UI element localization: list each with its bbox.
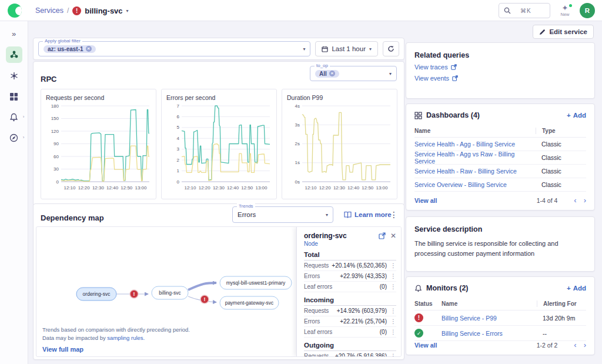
kebab-menu-icon[interactable]: ⋮	[390, 283, 396, 290]
bell-icon	[414, 285, 422, 292]
close-icon[interactable]: ✕	[390, 232, 396, 240]
services-icon	[9, 50, 19, 59]
sidebar-item-dashboards[interactable]	[6, 89, 22, 104]
next-page-icon[interactable]: ›	[584, 340, 586, 349]
svg-text:12:50: 12:50	[241, 185, 253, 191]
chevron-down-icon: ▾	[303, 46, 305, 52]
svg-text:12:20: 12:20	[319, 185, 332, 191]
kebab-menu-icon[interactable]: ⋮	[390, 329, 396, 335]
sidebar-item-explore[interactable]: ›	[6, 130, 22, 145]
add-label: Add	[573, 112, 586, 119]
sidebar-item-apm[interactable]	[6, 68, 22, 84]
svg-text:4: 4	[177, 136, 180, 141]
dashboard-link[interactable]: Service Health - Raw - Billing Service	[414, 168, 536, 175]
learn-more-link[interactable]: Learn more	[344, 211, 392, 218]
svg-text:0: 0	[56, 179, 59, 185]
duration-chart[interactable]: Duration P99 0s1s2s3s4s12:1012:2012:3012…	[282, 89, 397, 199]
monitor-row: ✓ Billing Service - Errors --	[414, 326, 586, 341]
kebab-menu-icon[interactable]: ⋮	[390, 210, 398, 219]
sampling-rules-link[interactable]: sampling rules.	[107, 335, 145, 341]
view-traces-label: View traces	[414, 64, 448, 71]
service-description-title: Service description	[414, 225, 586, 233]
whats-new-button[interactable]: ✦ New	[556, 5, 574, 17]
chart-title: Duration P99	[287, 94, 393, 101]
edge-alert-badge: !	[200, 295, 209, 303]
dashboards-grid-icon	[414, 112, 422, 119]
breadcrumb-service-name[interactable]: billing-svc	[85, 6, 122, 15]
left-nav-rail: » › ›	[0, 21, 28, 364]
kebab-menu-icon[interactable]: ⋮	[390, 273, 396, 279]
to-op-chip[interactable]: All ×	[315, 70, 339, 78]
next-page-icon[interactable]: ›	[584, 196, 586, 205]
rpc-charts-row: Requests per second 030609012015018012:1…	[41, 89, 397, 199]
compass-icon	[9, 133, 18, 142]
svg-text:13:00: 13:00	[376, 185, 388, 191]
requests-chart[interactable]: Requests per second 030609012015018012:1…	[41, 89, 156, 199]
node-panel-subtitle[interactable]: Node	[304, 241, 396, 247]
new-label: New	[556, 12, 574, 17]
dashboard-row: Service Overview - Billing ServiceClassi…	[414, 178, 586, 192]
global-filter-select[interactable]: Apply global filter az: us-east-1 × ▾	[38, 41, 310, 56]
kebab-menu-icon[interactable]: ⋮	[390, 308, 396, 314]
duration-chart-plot: 0s1s2s3s4s12:1012:2012:3012:4012:5013:00	[287, 102, 393, 192]
topbar-right: ⌘K ✦ New R	[499, 3, 595, 18]
trends-select[interactable]: Trends Errors ▾	[232, 206, 333, 223]
to-op-select[interactable]: to_op All × ▾	[310, 66, 397, 81]
global-search-input[interactable]: ⌘K	[499, 3, 550, 18]
time-range-button[interactable]: Last 1 hour ▾	[315, 41, 378, 56]
rpc-title: RPC	[41, 75, 56, 84]
svg-text:billing-svc: billing-svc	[159, 290, 181, 296]
remove-filter-icon[interactable]: ×	[86, 46, 92, 52]
errors-chart[interactable]: Errors per second 0123456712:1012:2012:3…	[161, 89, 277, 199]
monitors-card: Monitors (2) +Add Status Name Alerting F…	[406, 276, 595, 355]
chart-title: Requests per second	[46, 94, 152, 101]
node-billing-svc[interactable]: billing-svc	[152, 286, 188, 299]
add-dashboard-button[interactable]: +Add	[567, 112, 586, 119]
monitor-link[interactable]: Billing Service - Errors	[442, 330, 537, 337]
dashboard-link[interactable]: Service Overview - Billing Service	[414, 181, 536, 188]
kebab-menu-icon[interactable]: ⋮	[390, 353, 396, 356]
view-all-dashboards-link[interactable]: View all	[414, 197, 537, 204]
sidebar-item-services[interactable]	[6, 46, 22, 63]
node-ordering-svc[interactable]: ordering-svc	[76, 288, 116, 300]
view-all-monitors-link[interactable]: View all	[414, 342, 537, 349]
filter-chip-az[interactable]: az: us-east-1 ×	[44, 45, 96, 53]
app-logo-icon[interactable]	[8, 4, 22, 18]
plus-icon: +	[567, 285, 571, 292]
svg-text:mysql-bill-uswest1-primary: mysql-bill-uswest1-primary	[226, 280, 286, 286]
chevron-down-icon[interactable]: ▾	[126, 8, 129, 14]
remove-filter-icon[interactable]: ×	[329, 71, 335, 76]
dashboard-link[interactable]: Service Health - Agg vs Raw - Billing Se…	[414, 151, 536, 165]
view-traces-link[interactable]: View traces	[414, 64, 586, 71]
dashboard-row: Service Health - Raw - Billing ServiceCl…	[414, 165, 586, 178]
dashboard-link[interactable]: Service Health - Agg - Billing Service	[414, 141, 536, 148]
chevron-right-icon: ›	[23, 135, 25, 140]
refresh-button[interactable]	[383, 41, 399, 56]
dashboards-title: Dashboards (4)	[426, 111, 480, 119]
kebab-menu-icon[interactable]: ⋮	[390, 318, 396, 325]
sidebar-item-monitors[interactable]: ›	[6, 109, 22, 125]
open-in-new-icon[interactable]	[379, 232, 386, 239]
view-events-link[interactable]: View events	[414, 75, 586, 82]
prev-page-icon[interactable]: ‹	[574, 340, 576, 349]
node-mysql-bill-uswest1-primary[interactable]: mysql-bill-uswest1-primary	[220, 276, 292, 289]
kebab-menu-icon[interactable]: ⋮	[390, 262, 396, 269]
prev-page-icon[interactable]: ‹	[574, 196, 576, 205]
breadcrumb: Services / ! billing-svc ▾	[35, 0, 129, 21]
svg-text:12:50: 12:50	[362, 185, 374, 191]
avatar[interactable]: R	[580, 3, 595, 18]
monitors-pagination: 1-2 of 2	[537, 342, 558, 349]
breadcrumb-services-link[interactable]: Services	[35, 6, 63, 15]
svg-text:13:00: 13:00	[135, 185, 147, 191]
edit-service-button[interactable]: Edit service	[533, 25, 594, 39]
svg-text:12:30: 12:30	[333, 185, 346, 191]
svg-text:12:10: 12:10	[64, 185, 76, 191]
learn-more-label: Learn more	[354, 211, 392, 218]
node-payment-gateway-svc[interactable]: payment-gateway-svc	[220, 296, 279, 309]
view-full-map-link[interactable]: View full map	[42, 346, 83, 353]
monitor-link[interactable]: Billing Service - P99	[442, 315, 537, 322]
to-op-chip-label: All	[319, 71, 327, 77]
expand-nav-icon[interactable]: »	[6, 26, 22, 41]
add-monitor-button[interactable]: +Add	[567, 285, 586, 292]
dependency-map-canvas[interactable]: ! ! ordering-svc billing-svc mysql-bill-…	[36, 226, 402, 357]
